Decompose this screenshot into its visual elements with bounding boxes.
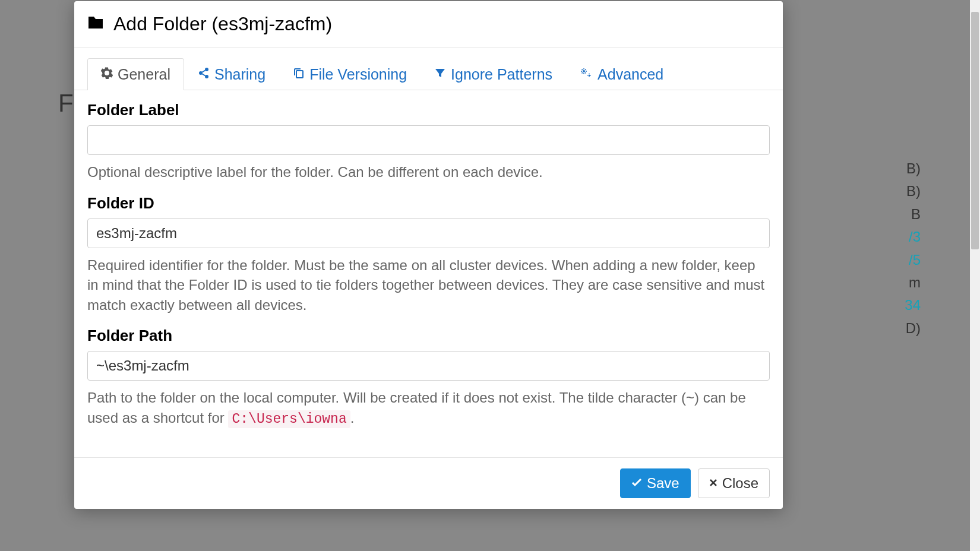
check-icon xyxy=(631,477,642,490)
close-button[interactable]: Close xyxy=(698,468,770,498)
gear-icon xyxy=(101,67,113,82)
folder-id-label: Folder ID xyxy=(87,194,770,213)
cogs-icon xyxy=(580,67,593,82)
folder-id-group: Folder ID Required identifier for the fo… xyxy=(87,194,770,315)
svg-rect-3 xyxy=(296,71,303,78)
tab-file-versioning-label: File Versioning xyxy=(309,66,407,83)
add-folder-modal: Add Folder (es3mj-zacfm) General Sharing… xyxy=(74,1,783,509)
tabs-container: General Sharing File Versioning Ignore P… xyxy=(74,58,783,90)
modal-header: Add Folder (es3mj-zacfm) xyxy=(74,1,783,48)
share-icon xyxy=(198,67,210,82)
svg-point-5 xyxy=(589,75,590,77)
svg-point-0 xyxy=(205,68,208,71)
folder-id-input[interactable] xyxy=(87,218,770,248)
folder-icon xyxy=(87,15,104,34)
save-button[interactable]: Save xyxy=(620,468,691,498)
folder-label-input[interactable] xyxy=(87,125,770,155)
svg-point-4 xyxy=(583,70,585,72)
tab-sharing-label: Sharing xyxy=(214,66,265,83)
tilde-path-code: C:\Users\iowna xyxy=(228,410,350,428)
svg-point-2 xyxy=(205,75,208,78)
bg-text-right: B) B) B /3 /5 m 34 D) xyxy=(905,157,921,340)
close-icon xyxy=(709,477,717,490)
tab-file-versioning[interactable]: File Versioning xyxy=(279,58,421,90)
modal-footer: Save Close xyxy=(74,457,783,509)
copy-icon xyxy=(293,67,305,82)
modal-body: Folder Label Optional descriptive label … xyxy=(74,90,783,457)
scrollbar-thumb[interactable] xyxy=(971,12,979,249)
tab-general[interactable]: General xyxy=(87,58,184,90)
folder-label-help: Optional descriptive label for the folde… xyxy=(87,162,770,182)
folder-id-help: Required identifier for the folder. Must… xyxy=(87,255,770,315)
tab-ignore-patterns-label: Ignore Patterns xyxy=(451,66,552,83)
save-button-label: Save xyxy=(647,475,679,492)
close-button-label: Close xyxy=(722,475,758,492)
scrollbar[interactable] xyxy=(970,0,980,551)
folder-label-label: Folder Label xyxy=(87,101,770,119)
modal-title: Add Folder (es3mj-zacfm) xyxy=(113,13,332,35)
tab-advanced-label: Advanced xyxy=(598,66,663,83)
tab-general-label: General xyxy=(118,66,170,83)
folder-path-help: Path to the folder on the local computer… xyxy=(87,388,770,429)
folder-label-group: Folder Label Optional descriptive label … xyxy=(87,101,770,182)
tab-ignore-patterns[interactable]: Ignore Patterns xyxy=(421,58,566,90)
folder-path-label: Folder Path xyxy=(87,327,770,345)
filter-icon xyxy=(434,67,446,82)
folder-path-group: Folder Path Path to the folder on the lo… xyxy=(87,327,770,429)
tab-sharing[interactable]: Sharing xyxy=(184,58,279,90)
svg-point-1 xyxy=(199,71,203,75)
folder-path-input[interactable] xyxy=(87,351,770,381)
tab-advanced[interactable]: Advanced xyxy=(566,58,677,90)
